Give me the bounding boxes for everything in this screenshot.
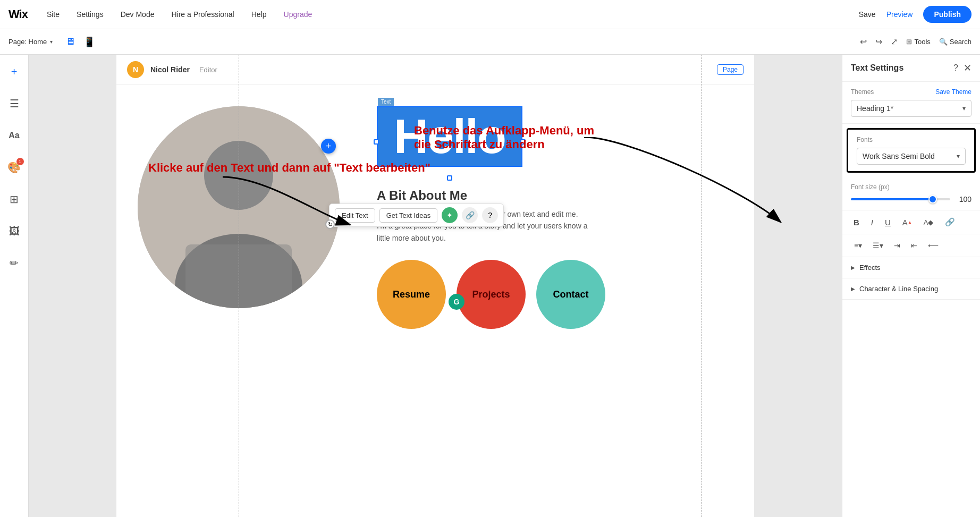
projects-button[interactable]: Projects <box>457 260 526 329</box>
apps-icon: ⊞ <box>10 193 19 206</box>
underline-button[interactable]: U <box>882 216 893 228</box>
fonts-label: Fonts <box>857 136 966 143</box>
sidebar-apps-icon[interactable]: ⊞ <box>4 189 25 210</box>
save-theme-link[interactable]: Save Theme <box>935 88 971 96</box>
align-toolbar: ≡▾ ☰▾ ⇥ ⇤ ⟵ <box>842 234 980 257</box>
link-icon[interactable]: 🔗 <box>462 207 478 223</box>
font-size-row: 100 <box>851 195 971 204</box>
panel-header: Text Settings ? ✕ <box>842 55 980 82</box>
sidebar-paint-icon[interactable]: 🎨 1 <box>4 157 25 178</box>
fonts-dropdown[interactable]: Work Sans Semi Bold ▾ <box>857 148 966 165</box>
canvas-page: N Nicol Rider Editor Page <box>116 55 754 517</box>
nav-upgrade[interactable]: Upgrade <box>281 8 316 21</box>
tools-button[interactable]: ⊞ Tools <box>906 38 930 46</box>
themes-label: Themes <box>851 88 874 96</box>
nav-site[interactable]: Site <box>44 8 63 21</box>
zoom-icon[interactable]: ⤢ <box>891 37 898 47</box>
desktop-icon[interactable]: 🖥 <box>63 34 77 50</box>
publish-button[interactable]: Publish <box>923 6 971 23</box>
fonts-section: Fonts Work Sans Semi Bold ▾ <box>847 128 976 173</box>
grammarly-button[interactable]: G <box>449 294 464 310</box>
page-tag[interactable]: Page <box>717 64 744 75</box>
panel-title: Text Settings <box>851 63 903 73</box>
font-value: Work Sans Semi Bold <box>863 152 935 160</box>
text-color-button[interactable]: A▲ <box>900 216 915 228</box>
mobile-icon[interactable]: 📱 <box>81 34 97 50</box>
bar-right: ↩ ↪ ⤢ ⊞ Tools 🔍 Search <box>860 37 971 47</box>
indent-right-button[interactable]: ⇥ <box>891 240 903 251</box>
panel-actions: ? ✕ <box>953 62 971 74</box>
indent-left-button[interactable]: ⇤ <box>908 240 920 251</box>
page-label: Page: Home <box>9 38 47 46</box>
hello-text-box[interactable]: Text Hello <box>377 106 522 167</box>
themes-section: Themes Save Theme Heading 1* ▾ <box>842 82 980 124</box>
sidebar-edit-icon[interactable]: ✏ <box>4 252 25 274</box>
preview-button[interactable]: Preview <box>886 10 913 19</box>
outdent-button[interactable]: ⟵ <box>925 240 942 251</box>
nav-hire[interactable]: Hire a Professional <box>168 8 237 21</box>
effects-row[interactable]: ▶ Effects <box>851 264 971 272</box>
help-panel-icon[interactable]: ? <box>953 63 958 73</box>
slider-thumb[interactable] <box>928 195 937 204</box>
edit-text-button[interactable]: Edit Text <box>335 208 375 223</box>
undo-icon[interactable]: ↩ <box>860 37 867 47</box>
contact-button[interactable]: Contact <box>536 260 605 329</box>
hello-container[interactable]: Text Hello <box>377 106 522 177</box>
handle-left[interactable] <box>374 139 379 145</box>
page-selector[interactable]: Page: Home ▾ <box>9 38 53 46</box>
sidebar-pages-icon[interactable]: ☰ <box>4 93 25 114</box>
search-button[interactable]: 🔍 Search <box>939 38 971 46</box>
font-size-label: Font size (px) <box>851 183 971 191</box>
add-element-button[interactable]: + <box>321 139 336 154</box>
top-nav: Wix Site Settings Dev Mode Hire a Profes… <box>0 0 980 29</box>
italic-button[interactable]: I <box>868 216 876 228</box>
tools-label: Tools <box>914 38 930 46</box>
sidebar-media-icon[interactable]: 🖼 <box>4 221 25 242</box>
resume-button[interactable]: Resume <box>377 260 446 329</box>
nav-settings[interactable]: Settings <box>73 8 107 21</box>
text-icon: Aa <box>9 131 19 140</box>
tools-icon: ⊞ <box>906 38 912 46</box>
search-icon: 🔍 <box>939 38 948 46</box>
main-area: + ☰ Aa 🎨 1 ⊞ 🖼 ✏ N <box>0 55 980 517</box>
font-size-section: Font size (px) 100 <box>842 177 980 210</box>
sidebar-text-icon[interactable]: Aa <box>4 125 25 146</box>
font-size-slider[interactable] <box>851 198 950 200</box>
ai-icon[interactable]: ✦ <box>442 207 458 223</box>
heading-dropdown[interactable]: Heading 1* ▾ <box>851 100 971 117</box>
pages-icon: ☰ <box>10 97 19 110</box>
handle-bottom[interactable] <box>447 175 452 181</box>
nav-devmode[interactable]: Dev Mode <box>117 8 158 21</box>
help-icon[interactable]: ? <box>482 207 498 223</box>
plus-icon: + <box>11 66 18 78</box>
svg-rect-3 <box>185 244 292 308</box>
save-button[interactable]: Save <box>859 10 876 19</box>
get-text-ideas-button[interactable]: Get Text Ideas <box>379 208 438 223</box>
align-left-button[interactable]: ≡▾ <box>851 240 865 251</box>
bold-button[interactable]: B <box>851 216 862 228</box>
spacing-row[interactable]: ▶ Character & Line Spacing <box>851 285 971 293</box>
link-text-button[interactable]: 🔗 <box>942 216 958 228</box>
text-style-button[interactable]: A◆ <box>921 217 936 228</box>
media-icon: 🖼 <box>9 225 20 238</box>
circle-buttons: Resume Projects Contact <box>377 260 738 329</box>
search-label: Search <box>950 38 971 46</box>
fonts-chevron-icon: ▾ <box>957 152 960 160</box>
rotate-handle[interactable]: ↻ <box>325 219 335 229</box>
wix-logo: Wix <box>9 7 28 21</box>
handle-right[interactable] <box>520 139 526 145</box>
effects-label: Effects <box>859 264 881 272</box>
sidebar-add-icon[interactable]: + <box>4 61 25 82</box>
format-toolbar: B I U A▲ A◆ 🔗 <box>842 210 980 234</box>
notification-badge: 1 <box>16 158 24 165</box>
edit-icon: ✏ <box>10 257 19 269</box>
nav-help[interactable]: Help <box>248 8 270 21</box>
about-title: A Bit About Me <box>377 188 738 203</box>
font-size-value: 100 <box>956 195 971 204</box>
chevron-down-icon: ▾ <box>50 39 53 45</box>
redo-icon[interactable]: ↪ <box>875 37 882 47</box>
heading-value: Heading 1* <box>857 104 893 113</box>
profile-image <box>138 106 340 308</box>
close-panel-icon[interactable]: ✕ <box>964 62 971 74</box>
list-button[interactable]: ☰▾ <box>869 240 886 251</box>
